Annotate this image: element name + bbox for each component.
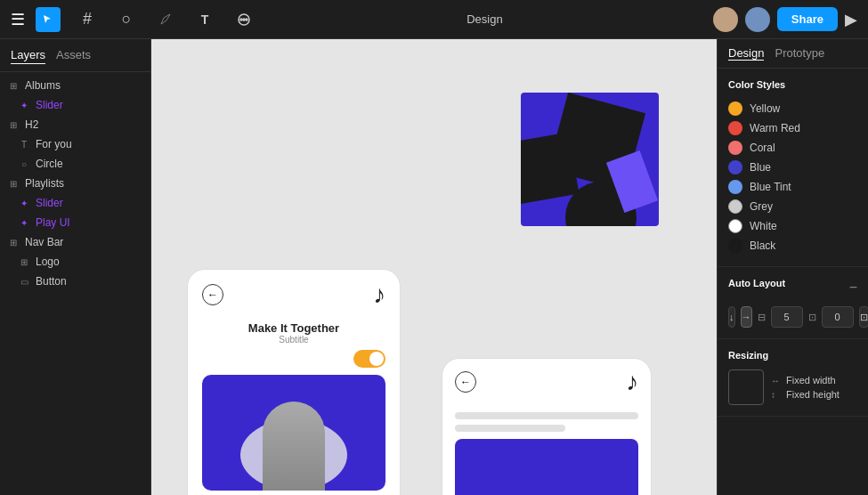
tab-prototype[interactable]: Prototype [775, 46, 824, 61]
svg-point-1 [240, 19, 242, 20]
avatar-1 [713, 7, 738, 32]
back-button[interactable]: ← [202, 284, 223, 305]
layers-panel: Layers Assets ⊞ Albums ✦ Slider ⊞ H2 T F… [0, 39, 151, 495]
layer-item-playlists[interactable]: ⊞ Playlists [0, 174, 150, 193]
avatar-2 [745, 7, 770, 32]
layer-item-logo[interactable]: ⊞ Logo [0, 252, 150, 272]
color-name-yellow: Yellow [750, 102, 780, 115]
layer-item-slider[interactable]: ✦ Slider [0, 95, 150, 115]
topbar: ☰ # ○ T Design Share ▶ [0, 0, 868, 39]
layer-item-circle[interactable]: ○ Circle [0, 154, 150, 174]
menu-icon[interactable]: ☰ [11, 10, 25, 29]
resizing-section: Resizing ↔ Fixed width ↕ Fixed height [718, 339, 868, 417]
comment-tool[interactable] [231, 7, 256, 32]
layer-name: Logo [36, 256, 143, 268]
auto-layout-title: Auto Layout [728, 278, 785, 288]
resize-box-row: ↔ Fixed width ↕ Fixed height [728, 369, 857, 405]
phone-frame-2: ← ♪ [442, 358, 652, 495]
layer-item-slider2[interactable]: ✦ Slider [0, 193, 150, 213]
resizing-title: Resizing [728, 350, 857, 361]
shape [521, 132, 580, 204]
svg-point-2 [243, 19, 245, 20]
component-icon: ✦ [18, 218, 30, 228]
music-note-icon-2: ♪ [626, 368, 638, 396]
back-button-2[interactable]: ← [455, 371, 476, 393]
resizing-controls: ↔ Fixed width ↕ Fixed height [728, 369, 857, 405]
page-title: Design [256, 12, 713, 26]
color-item-black[interactable]: Black [728, 236, 857, 256]
color-item-coral[interactable]: Coral [728, 138, 857, 158]
al-down-btn[interactable]: ↓ [728, 306, 735, 328]
layer-item-playui[interactable]: ✦ Play UI [0, 213, 150, 232]
tab-assets[interactable]: Assets [56, 46, 91, 64]
layer-name: Nav Bar [25, 236, 143, 248]
al-spacing-input[interactable] [771, 306, 803, 328]
fixed-height-label: Fixed height [786, 389, 840, 400]
al-align-btn[interactable]: ⊡ [859, 306, 869, 328]
layer-item-albums[interactable]: ⊞ Albums [0, 76, 150, 95]
pen-tool[interactable] [153, 7, 178, 32]
al-right-btn[interactable]: → [741, 306, 752, 328]
tab-design[interactable]: Design [728, 46, 764, 61]
color-dot-yellow [728, 101, 742, 116]
layer-name: Slider [36, 99, 143, 111]
resize-options: ↔ Fixed width ↕ Fixed height [771, 375, 840, 400]
frame-tool[interactable]: # [75, 7, 100, 32]
music-note-icon: ♪ [373, 280, 385, 309]
text-tool[interactable]: T [192, 7, 217, 32]
present-icon[interactable]: ▶ [845, 10, 857, 29]
layer-item-button[interactable]: ▭ Button [0, 272, 150, 291]
toolbar: # ○ T [36, 7, 256, 32]
layer-item-navbar[interactable]: ⊞ Nav Bar [0, 232, 150, 252]
layer-name: Playlists [25, 177, 143, 190]
color-name-bluetint: Blue Tint [750, 181, 791, 193]
phone-frame-1: ← ♪ Make It Together Subtitle [187, 269, 401, 495]
abstract-frame [521, 93, 659, 226]
tab-layers[interactable]: Layers [11, 46, 45, 64]
panel-tabs: Design Prototype [718, 39, 868, 69]
resize-preview-box [728, 369, 764, 405]
phone1-title-area: Make It Together Subtitle [188, 320, 400, 350]
layer-item-foryou[interactable]: T For you [0, 134, 150, 154]
canvas[interactable]: ← ♪ Make It Together Subtitle ← [151, 39, 717, 495]
grid-icon: ⊞ [7, 81, 20, 91]
color-item-yellow[interactable]: Yellow [728, 99, 857, 118]
color-styles-title: Color Styles [728, 79, 857, 90]
color-styles-section: Color Styles Yellow Warm Red Coral Blue … [718, 69, 868, 267]
al-count-input[interactable] [822, 306, 854, 328]
color-dot-grey [728, 199, 742, 214]
layer-name: For you [36, 138, 143, 150]
layer-item-h2[interactable]: ⊞ H2 [0, 115, 150, 134]
color-dot-black [728, 239, 742, 253]
color-name-blue: Blue [750, 161, 771, 174]
color-item-white[interactable]: White [728, 216, 857, 236]
layers-list: ⊞ Albums ✦ Slider ⊞ H2 T For you ○ Circl… [0, 72, 150, 495]
cursor-tool[interactable] [36, 7, 61, 32]
auto-layout-minus[interactable]: − [849, 280, 857, 296]
phone1-title: Make It Together [188, 321, 400, 335]
grid-icon: ⊞ [18, 257, 30, 267]
color-dot-blue [728, 160, 742, 174]
al-direction-row: ↓ → ⊟ ⊡ ⊡ [728, 306, 857, 328]
color-item-grey[interactable]: Grey [728, 197, 857, 216]
share-button[interactable]: Share [777, 7, 838, 31]
circle-tool[interactable]: ○ [114, 7, 139, 32]
color-item-bluetint[interactable]: Blue Tint [728, 177, 857, 197]
al-count-label: ⊡ [808, 312, 816, 323]
sidebar-tabs: Layers Assets [0, 39, 150, 72]
toggle-switch[interactable] [353, 350, 385, 368]
color-item-warmred[interactable]: Warm Red [728, 118, 857, 138]
rect-icon: ▭ [18, 277, 30, 287]
auto-layout-header: Auto Layout − [728, 278, 857, 297]
layer-name: Slider [36, 197, 143, 209]
color-item-blue[interactable]: Blue [728, 158, 857, 177]
bar-line-short [455, 425, 565, 432]
design-panel: Design Prototype Color Styles Yellow War… [717, 39, 868, 495]
grid-icon: ⊞ [7, 179, 20, 189]
layer-name: Button [36, 275, 143, 288]
fixed-width-icon: ↔ [771, 376, 782, 385]
circle-icon: ○ [18, 159, 30, 169]
grid-icon: ⊞ [7, 120, 20, 130]
phone2-bars [442, 405, 651, 439]
bar-line [455, 412, 638, 419]
